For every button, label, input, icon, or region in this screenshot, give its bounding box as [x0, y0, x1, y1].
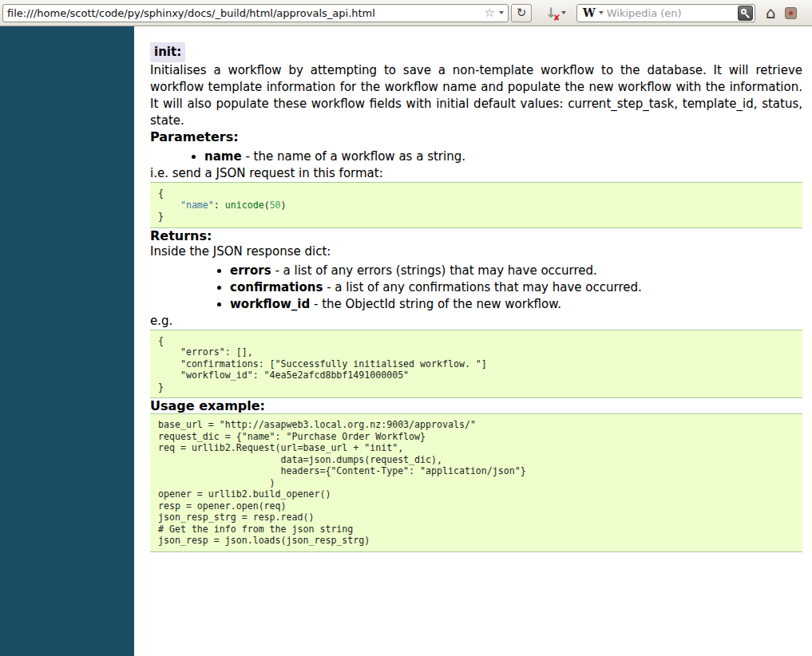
parameters-heading: Parameters:	[150, 129, 802, 144]
request-format-code-block: { "name": unicode(50)}	[150, 182, 802, 228]
parameters-list: name - the name of a workflow as a strin…	[150, 148, 802, 165]
returns-intro: Inside the JSON response dict:	[150, 243, 802, 260]
browser-toolbar: file:///home/scott/code/py/sphinxy/docs/…	[0, 0, 812, 26]
init-heading: init:	[150, 42, 802, 62]
response-example-code-block: { "errors": [], "confirmations: ["Succes…	[150, 330, 802, 399]
url-bar[interactable]: file:///home/scott/code/py/sphinxy/docs/…	[2, 4, 509, 22]
download-icon[interactable]: ↓✘	[544, 5, 558, 22]
returns-term: confirmations	[230, 280, 323, 294]
download-dropdown-icon[interactable]	[561, 11, 566, 14]
list-item: workflow_id - the ObjectId string of the…	[230, 296, 802, 313]
reload-button[interactable]: ↻	[511, 4, 532, 22]
search-box[interactable]: W Wikipedia (en)	[576, 4, 755, 22]
url-history-dropdown-icon[interactable]	[499, 11, 504, 14]
search-engine-icon[interactable]: W	[583, 7, 596, 18]
returns-list: errors - a list of any errors (strings) …	[150, 263, 802, 313]
returns-desc: - a list of any errors (strings) that ma…	[271, 263, 597, 278]
returns-term: workflow_id	[230, 297, 310, 311]
search-input[interactable]: Wikipedia (en)	[607, 7, 735, 19]
usage-example-code-block: base_url = "http://asapweb3.local.org.nz…	[150, 413, 802, 552]
intro-paragraph: Initialises a workflow by attempting to …	[150, 62, 802, 129]
document-body: init: Initialises a workflow by attempti…	[134, 26, 812, 656]
request-format-intro: i.e. send a JSON request in this format:	[150, 165, 802, 182]
returns-desc: - the ObjectId string of the new workflo…	[310, 297, 561, 311]
list-item: confirmations - a list of any confirmati…	[230, 279, 802, 296]
search-go-button[interactable]	[738, 6, 753, 21]
init-label: init:	[150, 42, 185, 62]
bookmark-star-icon[interactable]: ☆	[485, 7, 495, 19]
param-term: name	[204, 149, 242, 164]
url-text: file:///home/scott/code/py/sphinxy/docs/…	[7, 7, 481, 19]
list-item: name - the name of a workflow as a strin…	[204, 148, 802, 165]
returns-heading: Returns:	[150, 228, 802, 243]
eg-label: e.g.	[150, 313, 802, 330]
list-item: errors - a list of any errors (strings) …	[230, 263, 802, 279]
param-desc: - the name of a workflow as a string.	[242, 149, 465, 164]
returns-desc: - a list of any confirmations that may h…	[323, 280, 641, 294]
home-button[interactable]: ⌂	[766, 5, 776, 21]
download-indicator[interactable]: ↓✘	[544, 5, 566, 22]
search-engine-dropdown-icon[interactable]	[599, 11, 604, 14]
reload-icon: ↻	[517, 6, 527, 20]
usage-heading: Usage example:	[150, 398, 802, 413]
addon-icon[interactable]	[785, 7, 797, 19]
page-background: init: Initialises a workflow by attempti…	[0, 26, 812, 656]
error-x-icon: ✘	[553, 13, 560, 23]
returns-term: errors	[230, 263, 271, 278]
